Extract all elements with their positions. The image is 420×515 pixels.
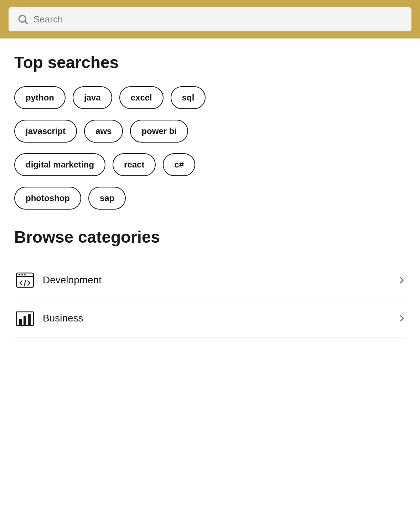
search-icon [17, 14, 28, 25]
svg-rect-9 [19, 319, 22, 325]
tag-react[interactable]: react [113, 153, 156, 176]
category-list: Development Business [14, 261, 406, 338]
tag-javascript[interactable]: javascript [14, 120, 77, 143]
tag-photoshop[interactable]: photoshop [14, 187, 81, 210]
svg-rect-11 [28, 314, 31, 325]
tag-csharp[interactable]: c# [163, 153, 195, 176]
chevron-right-development [397, 276, 406, 284]
tag-digital-marketing[interactable]: digital marketing [14, 153, 105, 176]
tags-row-1: python java excel sql [14, 86, 406, 109]
tag-aws[interactable]: aws [84, 120, 123, 143]
svg-line-1 [25, 21, 27, 24]
main-content: Top searches python java excel sql javas… [0, 38, 420, 338]
business-icon [14, 309, 36, 327]
top-searches-section: Top searches python java excel sql javas… [14, 53, 406, 210]
svg-point-4 [19, 274, 20, 275]
tag-power-bi[interactable]: power bi [130, 120, 188, 143]
svg-line-7 [24, 280, 26, 286]
tag-java[interactable]: java [73, 86, 112, 109]
category-label-development: Development [43, 274, 397, 286]
browse-categories-section: Browse categories Developmen [14, 227, 406, 338]
tag-sap[interactable]: sap [88, 187, 126, 210]
tags-row-2: javascript aws power bi [14, 120, 406, 143]
svg-point-6 [24, 274, 26, 275]
tag-excel[interactable]: excel [119, 86, 164, 109]
top-searches-title: Top searches [14, 53, 406, 72]
tag-python[interactable]: python [14, 86, 66, 109]
code-icon [14, 271, 36, 289]
search-bar-wrapper [0, 0, 420, 38]
tag-sql[interactable]: sql [171, 86, 206, 109]
search-bar [9, 7, 411, 31]
chevron-right-business [397, 314, 406, 323]
tags-rows: python java excel sql javascript aws pow… [14, 86, 406, 210]
svg-rect-10 [24, 316, 26, 325]
tags-row-4: photoshop sap [14, 187, 406, 210]
browse-categories-title: Browse categories [14, 227, 406, 247]
category-item-development[interactable]: Development [14, 261, 406, 299]
category-label-business: Business [43, 313, 397, 324]
category-item-business[interactable]: Business [14, 299, 406, 338]
search-input[interactable] [33, 14, 403, 25]
tags-row-3: digital marketing react c# [14, 153, 406, 176]
svg-point-5 [21, 274, 23, 275]
svg-point-0 [19, 15, 26, 22]
